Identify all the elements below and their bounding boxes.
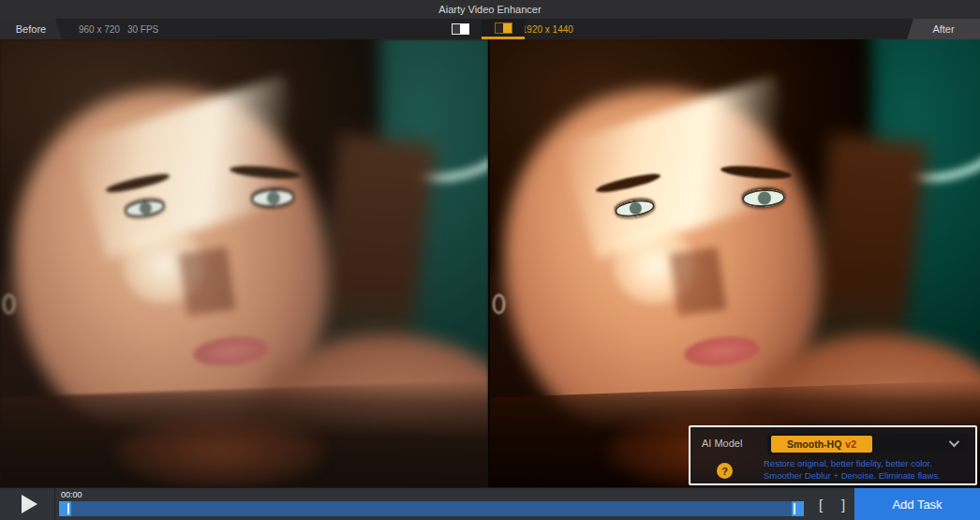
playback-bar: 00:00 [ ] Add Task	[0, 487, 980, 520]
before-label: Before	[16, 23, 46, 35]
play-button[interactable]	[0, 488, 54, 520]
ai-model-row: AI Model Smooth-HQ v2	[690, 434, 975, 454]
timeline-area: 00:00	[55, 488, 809, 520]
compare-header: Before 960 x 720 30 FPS 30 FPS 1920 x 14…	[0, 19, 980, 39]
set-trim-end-button[interactable]: ]	[832, 488, 854, 520]
add-task-button[interactable]: Add Task	[854, 488, 980, 520]
app-window: Aiarty Video Enhancer Before 960 x 720 3…	[0, 0, 980, 520]
model-description-line2: Smoother Deblur + Denoise. Eliminate fla…	[764, 469, 970, 482]
preview-stage: AI Model Smooth-HQ v2 ? Restore original…	[0, 39, 980, 487]
model-version: v2	[845, 438, 856, 450]
ai-model-select[interactable]: Smooth-HQ v2	[767, 434, 968, 454]
current-time: 00:00	[61, 490, 82, 499]
titlebar: Aiarty Video Enhancer	[0, 0, 980, 19]
model-name: Smooth-HQ	[787, 438, 841, 450]
after-label: After	[932, 23, 954, 35]
model-description-line1: Restore original, better fidelity, bette…	[764, 457, 970, 469]
before-photo	[0, 39, 488, 487]
before-video-info: 960 x 720 30 FPS	[79, 19, 158, 39]
side-by-side-preview-icon	[495, 22, 512, 34]
split-preview-button[interactable]	[438, 19, 482, 39]
after-video-frame	[490, 39, 980, 487]
after-photo	[490, 39, 980, 487]
photo-layer	[670, 246, 727, 316]
view-mode-switcher	[438, 19, 525, 39]
timeline-track[interactable]	[59, 501, 804, 516]
model-description: Restore original, better fidelity, bette…	[764, 457, 970, 482]
photo-layer	[117, 416, 322, 487]
window-title: Aiarty Video Enhancer	[438, 4, 541, 15]
before-resolution: 960 x 720	[79, 24, 120, 35]
play-icon	[22, 495, 37, 513]
tab-after[interactable]: After	[907, 19, 980, 39]
selected-model-pill: Smooth-HQ v2	[771, 436, 872, 453]
chevron-down-icon	[949, 437, 959, 447]
tab-before[interactable]: Before	[0, 19, 62, 39]
trim-start-handle[interactable]	[59, 501, 71, 516]
photo-layer	[493, 294, 505, 313]
split-preview-icon	[452, 23, 469, 35]
before-fps: 30 FPS	[127, 24, 158, 35]
set-trim-start-button[interactable]: [	[809, 488, 832, 520]
photo-layer	[3, 294, 15, 313]
after-resolution: 1920 x 1440	[522, 24, 573, 35]
ai-model-panel: AI Model Smooth-HQ v2 ? Restore original…	[689, 425, 977, 485]
trim-end-handle[interactable]	[792, 501, 804, 516]
ai-model-label: AI Model	[702, 438, 742, 449]
photo-layer	[179, 246, 236, 316]
help-icon[interactable]: ?	[717, 463, 733, 479]
side-by-side-preview-button[interactable]	[482, 19, 525, 39]
before-video-frame	[0, 39, 488, 487]
